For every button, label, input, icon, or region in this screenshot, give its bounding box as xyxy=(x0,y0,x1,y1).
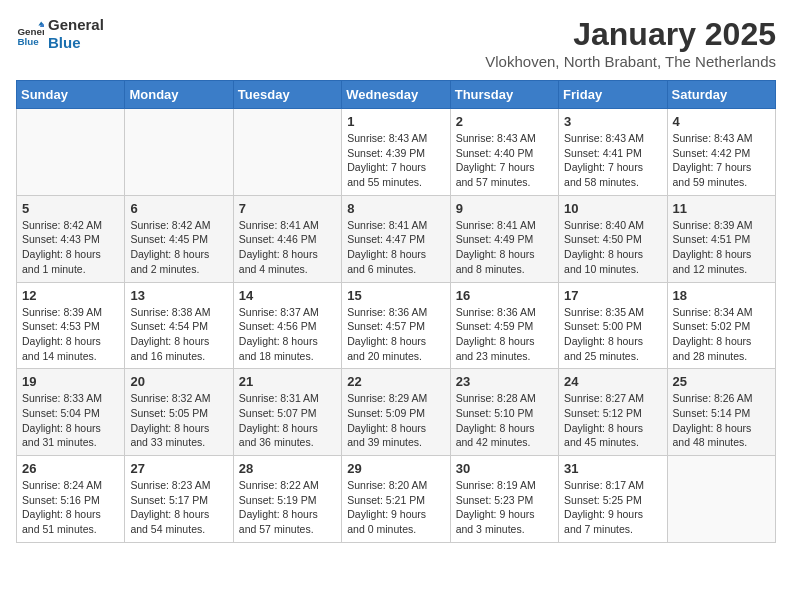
day-info: Sunrise: 8:20 AM Sunset: 5:21 PM Dayligh… xyxy=(347,478,444,537)
day-info: Sunrise: 8:41 AM Sunset: 4:46 PM Dayligh… xyxy=(239,218,336,277)
day-info: Sunrise: 8:42 AM Sunset: 4:45 PM Dayligh… xyxy=(130,218,227,277)
calendar-cell: 20Sunrise: 8:32 AM Sunset: 5:05 PM Dayli… xyxy=(125,369,233,456)
day-info: Sunrise: 8:43 AM Sunset: 4:40 PM Dayligh… xyxy=(456,131,553,190)
calendar-cell: 31Sunrise: 8:17 AM Sunset: 5:25 PM Dayli… xyxy=(559,456,667,543)
day-of-week-header: Wednesday xyxy=(342,81,450,109)
day-info: Sunrise: 8:19 AM Sunset: 5:23 PM Dayligh… xyxy=(456,478,553,537)
calendar-cell: 7Sunrise: 8:41 AM Sunset: 4:46 PM Daylig… xyxy=(233,195,341,282)
day-number: 26 xyxy=(22,461,119,476)
calendar-cell: 5Sunrise: 8:42 AM Sunset: 4:43 PM Daylig… xyxy=(17,195,125,282)
day-number: 21 xyxy=(239,374,336,389)
day-info: Sunrise: 8:43 AM Sunset: 4:42 PM Dayligh… xyxy=(673,131,770,190)
day-number: 24 xyxy=(564,374,661,389)
calendar-cell: 22Sunrise: 8:29 AM Sunset: 5:09 PM Dayli… xyxy=(342,369,450,456)
calendar-cell: 10Sunrise: 8:40 AM Sunset: 4:50 PM Dayli… xyxy=(559,195,667,282)
calendar-cell: 13Sunrise: 8:38 AM Sunset: 4:54 PM Dayli… xyxy=(125,282,233,369)
day-info: Sunrise: 8:41 AM Sunset: 4:47 PM Dayligh… xyxy=(347,218,444,277)
day-info: Sunrise: 8:43 AM Sunset: 4:41 PM Dayligh… xyxy=(564,131,661,190)
day-number: 18 xyxy=(673,288,770,303)
day-of-week-header: Tuesday xyxy=(233,81,341,109)
location-title: Vlokhoven, North Brabant, The Netherland… xyxy=(485,53,776,70)
day-info: Sunrise: 8:28 AM Sunset: 5:10 PM Dayligh… xyxy=(456,391,553,450)
day-number: 28 xyxy=(239,461,336,476)
calendar-cell: 1Sunrise: 8:43 AM Sunset: 4:39 PM Daylig… xyxy=(342,109,450,196)
logo-icon: General Blue xyxy=(16,20,44,48)
calendar-cell: 24Sunrise: 8:27 AM Sunset: 5:12 PM Dayli… xyxy=(559,369,667,456)
day-number: 16 xyxy=(456,288,553,303)
calendar-cell: 29Sunrise: 8:20 AM Sunset: 5:21 PM Dayli… xyxy=(342,456,450,543)
day-info: Sunrise: 8:36 AM Sunset: 4:59 PM Dayligh… xyxy=(456,305,553,364)
day-of-week-header: Sunday xyxy=(17,81,125,109)
calendar-cell: 4Sunrise: 8:43 AM Sunset: 4:42 PM Daylig… xyxy=(667,109,775,196)
day-info: Sunrise: 8:35 AM Sunset: 5:00 PM Dayligh… xyxy=(564,305,661,364)
day-info: Sunrise: 8:17 AM Sunset: 5:25 PM Dayligh… xyxy=(564,478,661,537)
day-number: 22 xyxy=(347,374,444,389)
calendar-header: SundayMondayTuesdayWednesdayThursdayFrid… xyxy=(17,81,776,109)
calendar-cell: 21Sunrise: 8:31 AM Sunset: 5:07 PM Dayli… xyxy=(233,369,341,456)
day-info: Sunrise: 8:39 AM Sunset: 4:53 PM Dayligh… xyxy=(22,305,119,364)
day-number: 19 xyxy=(22,374,119,389)
calendar-cell: 3Sunrise: 8:43 AM Sunset: 4:41 PM Daylig… xyxy=(559,109,667,196)
day-number: 2 xyxy=(456,114,553,129)
calendar-cell: 26Sunrise: 8:24 AM Sunset: 5:16 PM Dayli… xyxy=(17,456,125,543)
day-info: Sunrise: 8:37 AM Sunset: 4:56 PM Dayligh… xyxy=(239,305,336,364)
day-number: 12 xyxy=(22,288,119,303)
title-block: January 2025 Vlokhoven, North Brabant, T… xyxy=(485,16,776,70)
calendar-cell: 15Sunrise: 8:36 AM Sunset: 4:57 PM Dayli… xyxy=(342,282,450,369)
calendar-cell: 6Sunrise: 8:42 AM Sunset: 4:45 PM Daylig… xyxy=(125,195,233,282)
calendar-cell: 2Sunrise: 8:43 AM Sunset: 4:40 PM Daylig… xyxy=(450,109,558,196)
day-of-week-header: Saturday xyxy=(667,81,775,109)
calendar-cell xyxy=(125,109,233,196)
day-number: 4 xyxy=(673,114,770,129)
calendar-cell: 25Sunrise: 8:26 AM Sunset: 5:14 PM Dayli… xyxy=(667,369,775,456)
day-info: Sunrise: 8:39 AM Sunset: 4:51 PM Dayligh… xyxy=(673,218,770,277)
day-number: 31 xyxy=(564,461,661,476)
day-of-week-header: Thursday xyxy=(450,81,558,109)
day-number: 3 xyxy=(564,114,661,129)
calendar-cell: 19Sunrise: 8:33 AM Sunset: 5:04 PM Dayli… xyxy=(17,369,125,456)
day-number: 14 xyxy=(239,288,336,303)
day-info: Sunrise: 8:27 AM Sunset: 5:12 PM Dayligh… xyxy=(564,391,661,450)
day-info: Sunrise: 8:31 AM Sunset: 5:07 PM Dayligh… xyxy=(239,391,336,450)
page-header: General Blue GeneralBlue January 2025 Vl… xyxy=(16,16,776,70)
calendar-week-row: 19Sunrise: 8:33 AM Sunset: 5:04 PM Dayli… xyxy=(17,369,776,456)
day-number: 20 xyxy=(130,374,227,389)
calendar-cell: 23Sunrise: 8:28 AM Sunset: 5:10 PM Dayli… xyxy=(450,369,558,456)
calendar-cell: 30Sunrise: 8:19 AM Sunset: 5:23 PM Dayli… xyxy=(450,456,558,543)
day-of-week-header: Monday xyxy=(125,81,233,109)
calendar-cell xyxy=(233,109,341,196)
logo-text: GeneralBlue xyxy=(48,16,104,52)
day-info: Sunrise: 8:38 AM Sunset: 4:54 PM Dayligh… xyxy=(130,305,227,364)
day-number: 25 xyxy=(673,374,770,389)
day-number: 11 xyxy=(673,201,770,216)
day-info: Sunrise: 8:36 AM Sunset: 4:57 PM Dayligh… xyxy=(347,305,444,364)
calendar-cell: 9Sunrise: 8:41 AM Sunset: 4:49 PM Daylig… xyxy=(450,195,558,282)
day-info: Sunrise: 8:29 AM Sunset: 5:09 PM Dayligh… xyxy=(347,391,444,450)
day-info: Sunrise: 8:33 AM Sunset: 5:04 PM Dayligh… xyxy=(22,391,119,450)
day-number: 9 xyxy=(456,201,553,216)
calendar-cell xyxy=(667,456,775,543)
calendar-table: SundayMondayTuesdayWednesdayThursdayFrid… xyxy=(16,80,776,543)
calendar-cell: 14Sunrise: 8:37 AM Sunset: 4:56 PM Dayli… xyxy=(233,282,341,369)
logo: General Blue GeneralBlue xyxy=(16,16,104,52)
day-number: 5 xyxy=(22,201,119,216)
month-title: January 2025 xyxy=(485,16,776,53)
calendar-cell: 12Sunrise: 8:39 AM Sunset: 4:53 PM Dayli… xyxy=(17,282,125,369)
day-of-week-header: Friday xyxy=(559,81,667,109)
day-number: 17 xyxy=(564,288,661,303)
day-info: Sunrise: 8:40 AM Sunset: 4:50 PM Dayligh… xyxy=(564,218,661,277)
calendar-week-row: 26Sunrise: 8:24 AM Sunset: 5:16 PM Dayli… xyxy=(17,456,776,543)
day-number: 15 xyxy=(347,288,444,303)
day-info: Sunrise: 8:32 AM Sunset: 5:05 PM Dayligh… xyxy=(130,391,227,450)
calendar-cell: 18Sunrise: 8:34 AM Sunset: 5:02 PM Dayli… xyxy=(667,282,775,369)
day-info: Sunrise: 8:34 AM Sunset: 5:02 PM Dayligh… xyxy=(673,305,770,364)
calendar-week-row: 1Sunrise: 8:43 AM Sunset: 4:39 PM Daylig… xyxy=(17,109,776,196)
day-number: 13 xyxy=(130,288,227,303)
day-number: 27 xyxy=(130,461,227,476)
day-info: Sunrise: 8:24 AM Sunset: 5:16 PM Dayligh… xyxy=(22,478,119,537)
day-number: 6 xyxy=(130,201,227,216)
day-info: Sunrise: 8:26 AM Sunset: 5:14 PM Dayligh… xyxy=(673,391,770,450)
day-number: 7 xyxy=(239,201,336,216)
day-info: Sunrise: 8:42 AM Sunset: 4:43 PM Dayligh… xyxy=(22,218,119,277)
calendar-cell: 11Sunrise: 8:39 AM Sunset: 4:51 PM Dayli… xyxy=(667,195,775,282)
